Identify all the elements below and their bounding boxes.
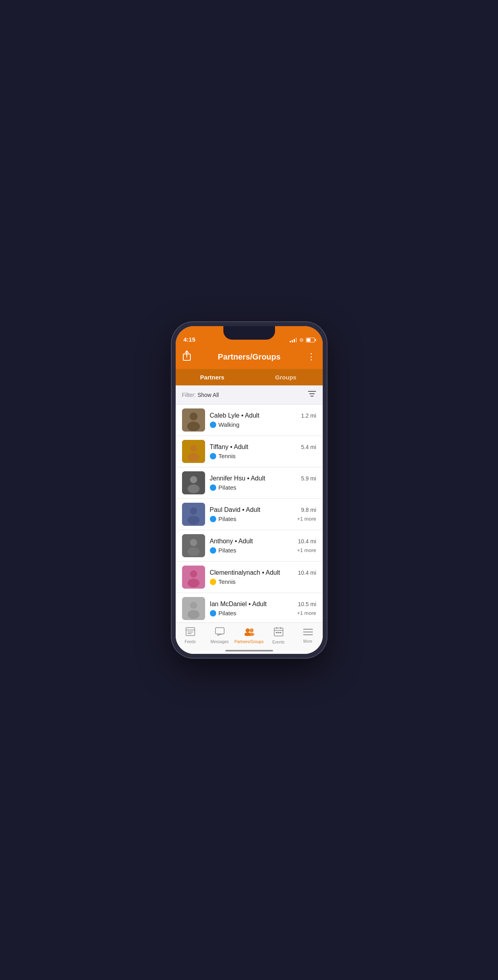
svg-rect-49 [280,632,281,633]
tab-more-label: More [303,639,312,644]
partner-distance: 10.4 mi [298,538,316,544]
avatar [182,534,205,557]
partner-distance: 5.9 mi [301,475,316,482]
home-indicator [225,650,273,651]
tab-feeds-label: Feeds [185,640,196,644]
svg-point-41 [250,628,254,632]
list-item[interactable]: Jennifer Hsu • Adult 5.9 mi Pilates [176,467,323,499]
partner-distance: 1.2 mi [301,412,316,419]
phone-screen: 4:15 ⊜ [176,326,323,654]
avatar [182,503,205,526]
list-item[interactable]: Caleb Lyle • Adult 1.2 mi Walking [176,404,323,436]
filter-label: Filter: [182,392,196,398]
segment-bar: Partners Groups [176,369,323,385]
avatar [182,597,205,620]
activity-name: Tennis [219,453,236,459]
svg-point-42 [249,633,254,636]
avatar [182,471,205,494]
partner-name: Ian McDaniel • Adult [210,601,267,608]
svg-point-26 [188,610,200,619]
filter-value: Show All [198,392,219,398]
activity-name: Pilates [219,547,236,554]
share-icon[interactable] [182,350,192,364]
filter-bar: Filter: Show All [176,385,323,404]
partner-name: Caleb Lyle • Adult [210,412,260,419]
messages-icon [215,627,225,638]
more-badge: +1 more [297,516,316,522]
filter-icon[interactable] [308,389,316,400]
avatar [182,408,205,432]
partners-list: Caleb Lyle • Adult 1.2 mi Walking [176,404,323,622]
tab-events[interactable]: Events [264,625,293,646]
svg-point-13 [190,476,197,483]
phone-frame: 4:15 ⊜ [172,322,327,658]
activity-name: Pilates [219,484,236,491]
tab-partners-groups[interactable]: Partners/Groups [234,625,264,646]
bottom-tab-bar: Feeds Messages [176,622,323,654]
partner-name: Tiffany • Adult [210,443,248,451]
feeds-icon [186,627,195,638]
partner-name: Paul David • Adult [210,506,260,513]
wifi-icon: ⊜ [299,337,304,343]
tab-partners[interactable]: Partners [176,369,249,385]
activity-dot [210,484,216,491]
svg-point-6 [190,412,198,420]
list-item[interactable]: Anthony • Adult 10.4 mi Pilates +1 more [176,530,323,562]
activity-dot [210,547,216,554]
tab-groups[interactable]: Groups [249,369,323,385]
app-header: Partners/Groups ⋮ [176,346,323,369]
tab-feeds[interactable]: Feeds [176,625,205,646]
activity-name: Walking [219,421,240,428]
activity-name: Tennis [219,578,236,585]
partners-groups-icon [244,627,255,638]
svg-rect-34 [186,628,195,636]
svg-rect-38 [215,628,224,634]
more-icon [303,628,313,638]
svg-point-23 [188,579,200,587]
avatar [182,566,205,589]
svg-point-39 [246,628,250,632]
activity-dot [210,610,216,616]
svg-point-20 [188,547,200,556]
status-time: 4:15 [184,336,196,343]
partner-distance: 5.4 mi [301,444,316,450]
svg-point-10 [190,445,197,452]
more-badge: +1 more [297,547,316,553]
page-title: Partners/Groups [218,352,281,362]
list-item[interactable]: Tiffany • Adult 5.4 mi Tennis [176,436,323,467]
more-badge: +1 more [297,610,316,616]
battery-icon [306,338,315,342]
more-options-icon[interactable]: ⋮ [307,352,316,362]
svg-point-19 [190,539,197,546]
list-item[interactable]: Ian McDaniel • Adult 10.5 mi Pilates +1 … [176,593,323,622]
activity-name: Pilates [219,515,236,522]
tab-partners-label: Partners/Groups [234,640,264,644]
avatar [182,440,205,463]
partner-name: Jennifer Hsu • Adult [210,475,265,482]
svg-point-14 [188,484,200,493]
activity-dot [210,422,216,428]
activity-name: Pilates [219,610,236,616]
notch [223,326,275,340]
svg-point-7 [187,422,200,431]
partner-distance: 10.4 mi [298,570,316,576]
tab-messages[interactable]: Messages [205,625,234,646]
svg-point-16 [190,508,197,515]
activity-dot [210,579,216,585]
svg-point-17 [188,516,200,525]
svg-point-11 [188,453,200,462]
tab-messages-label: Messages [211,640,229,644]
tab-events-label: Events [272,640,285,644]
status-icons: ⊜ [290,337,315,343]
svg-point-25 [190,602,197,609]
events-icon [274,627,283,639]
signal-icon [290,338,297,342]
partner-distance: 9.8 mi [301,507,316,513]
list-item[interactable]: Clementinalynach • Adult 10.4 mi Tennis [176,562,323,593]
svg-rect-48 [278,632,279,633]
partner-name: Clementinalynach • Adult [210,569,280,576]
list-item[interactable]: Paul David • Adult 9.8 mi Pilates +1 mor… [176,499,323,530]
svg-point-22 [190,570,197,578]
partner-name: Anthony • Adult [210,538,253,545]
tab-more[interactable]: More [293,625,323,646]
